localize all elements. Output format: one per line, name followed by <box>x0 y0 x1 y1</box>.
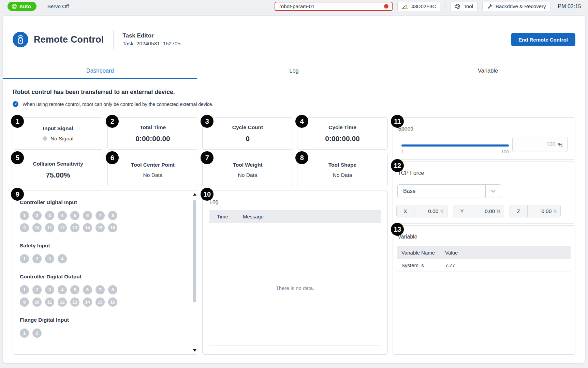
scroll-up-arrow-icon[interactable] <box>193 193 196 196</box>
axis-unit: N <box>497 209 504 214</box>
tcp-axis-y: Y0.00N <box>453 205 504 217</box>
numbered-badge-7: 7 <box>201 151 214 164</box>
axis-value: 0.00 <box>471 208 497 214</box>
dashboard-content: Robot control has been transferred to an… <box>3 79 585 355</box>
stat-card-value: 0:00:00.00 <box>135 135 170 143</box>
top-status-bar: @ Auto Servo Off robot-param-01 ! 43D02F… <box>0 0 588 13</box>
stat-cards-grid: 1Input SignalNo Signal2Total Time0:00:00… <box>13 117 388 186</box>
numbered-badge-8: 8 <box>295 151 308 164</box>
stat-card-value: 0 <box>246 135 250 143</box>
remote-control-logo <box>13 32 28 47</box>
tab-dashboard[interactable]: Dashboard <box>3 63 197 79</box>
io-group-controller-digital-output: Controller Digital Output123456789101112… <box>20 274 184 307</box>
io-indicator-8: 8 <box>108 285 117 294</box>
speed-value-input[interactable]: 100 % <box>512 137 568 152</box>
numbered-badge-4: 4 <box>295 115 308 128</box>
scrollbar-thumb[interactable] <box>193 200 196 302</box>
gear-icon <box>455 3 461 10</box>
io-circle-row: 12345678910111213141516 <box>20 211 123 232</box>
stat-card-cycle-time: 4Cycle Time0:00:00.00 <box>297 117 388 150</box>
info-icon: i <box>13 101 18 107</box>
scroll-down-arrow-icon[interactable] <box>193 349 196 352</box>
io-indicator-1: 1 <box>20 285 29 294</box>
axis-label: Y <box>453 205 471 217</box>
mode-auto-badge[interactable]: @ Auto <box>8 2 36 11</box>
tab-variable[interactable]: Variable <box>391 63 585 79</box>
io-indicator-12: 12 <box>58 297 67 307</box>
variable-value-cell: 7.77 <box>445 262 571 268</box>
stat-card-title: Cycle Count <box>232 124 263 131</box>
io-indicator-4: 4 <box>58 254 67 263</box>
stat-card-title: Input Signal <box>43 125 73 132</box>
app-header: Remote Control Task Editor Task_20240531… <box>3 16 585 63</box>
stat-card-tool-center-point: 6Tool Center PointNo Data <box>107 154 198 186</box>
stat-card-total-time: 2Total Time0:00:00.00 <box>107 117 198 150</box>
io-indicator-15: 15 <box>95 297 105 307</box>
io-indicator-10: 10 <box>32 223 42 232</box>
numbered-badge-1: 1 <box>11 115 24 128</box>
stat-card-value: No Data <box>238 172 258 178</box>
axis-unit: N <box>440 209 447 214</box>
log-column-time: Time <box>209 214 243 219</box>
robot-param-name: robot-param-01 <box>279 3 314 9</box>
axis-value: 0.00 <box>528 208 554 214</box>
numbered-badge-5: 5 <box>11 151 24 164</box>
end-remote-control-button[interactable]: End Remote Control <box>511 33 575 46</box>
robot-device-button[interactable]: ! 43D02F3C <box>397 2 441 11</box>
variable-column-name: Variable Name <box>397 250 445 256</box>
speed-slider[interactable] <box>401 144 509 147</box>
io-scrollbar[interactable] <box>192 191 197 354</box>
reference-frame-select[interactable]: Base <box>397 184 501 198</box>
stat-card-value-text: 0:00:00.00 <box>325 135 360 142</box>
numbered-badge-2: 2 <box>106 115 119 128</box>
speed-panel: 11 Speed 1 100 100 % <box>393 117 575 160</box>
device-id-label: 43D02F3C <box>411 3 436 9</box>
io-indicator-2: 2 <box>32 211 42 220</box>
stat-card-value-text: 75.00% <box>46 171 70 179</box>
signal-status-dot-icon <box>43 136 47 141</box>
stat-card-tool-shape: 8Tool ShapeNo Data <box>297 154 388 186</box>
tab-log[interactable]: Log <box>197 63 391 79</box>
io-indicator-3: 3 <box>45 285 54 294</box>
speed-unit: % <box>558 142 562 148</box>
io-group-controller-digital-input: Controller Digital Input1234567891011121… <box>20 199 184 232</box>
log-panel: 10 Log Time Message There is no data. <box>202 190 388 355</box>
variable-column-value: Value <box>445 250 571 256</box>
stat-card-title: Total Time <box>140 124 166 131</box>
numbered-badge-10: 10 <box>201 188 214 201</box>
stat-card-value: 0:00:00.00 <box>325 135 360 143</box>
clock-label: PM 02:15 <box>558 3 581 10</box>
log-bottom-divider <box>209 345 381 346</box>
panel-title: Task Editor <box>122 32 180 39</box>
io-indicator-14: 14 <box>83 297 92 307</box>
io-group-flange-digital-input: Flange Digital Input12 <box>20 317 184 338</box>
variable-table: Variable Name Value System_s7.77 <box>397 246 571 272</box>
tcp-axis-x: X0.00N <box>396 205 447 217</box>
remote-control-window: Remote Control Task Editor Task_20240531… <box>3 16 585 363</box>
log-panel-title: Log <box>209 199 381 205</box>
numbered-badge-9: 9 <box>11 188 24 201</box>
stat-card-input-signal: 1Input SignalNo Signal <box>13 117 103 150</box>
variable-table-header: Variable Name Value <box>397 246 571 259</box>
io-indicator-1: 1 <box>20 211 29 220</box>
tcp-force-panel: 12 TCP Force Base X0.00NY0.00NZ0.00N <box>393 162 575 224</box>
numbered-badge-3: 3 <box>201 115 214 128</box>
io-indicator-15: 15 <box>95 223 105 232</box>
io-indicator-14: 14 <box>83 223 92 232</box>
numbered-badge-11: 11 <box>391 115 404 128</box>
tool-button[interactable]: Tool <box>450 2 477 11</box>
io-indicator-13: 13 <box>70 223 79 232</box>
robot-param-field[interactable]: robot-param-01 <box>275 2 393 11</box>
servo-status-label: Servo Off <box>47 3 69 9</box>
digital-io-scroll-area[interactable]: Controller Digital Input1234567891011121… <box>13 190 198 354</box>
stat-card-value-text: No Data <box>238 172 258 178</box>
log-table-header: Time Message <box>209 210 381 223</box>
variable-table-row[interactable]: System_s7.77 <box>397 259 571 272</box>
speed-max-label: 100 <box>501 149 509 154</box>
io-indicator-4: 4 <box>58 285 67 294</box>
chevron-down-icon <box>491 189 496 193</box>
io-indicator-9: 9 <box>20 223 29 232</box>
backdrive-recovery-button[interactable]: Backdrive & Recovery <box>482 2 550 11</box>
io-group-safety-input: Safety Input1234 <box>20 243 184 263</box>
svg-text:!: ! <box>406 7 407 9</box>
